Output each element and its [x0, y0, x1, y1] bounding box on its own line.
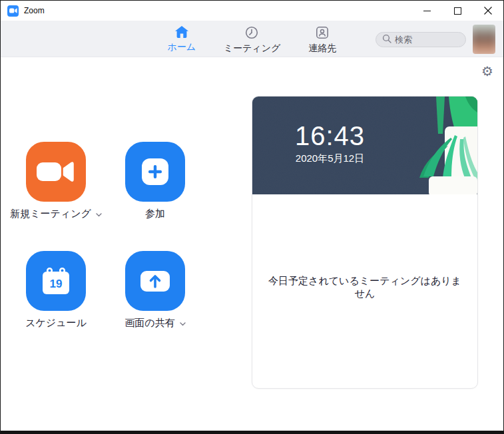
search-box[interactable]: [376, 32, 466, 47]
new-meeting-label: 新規ミーティング: [10, 208, 91, 220]
avatar-blurred-photo: [473, 25, 495, 54]
close-icon: [484, 7, 492, 15]
share-up-arrow-icon: [140, 271, 170, 292]
navbar: ホーム ミーティング 連絡先: [1, 21, 503, 57]
join-label: 参加: [145, 208, 165, 220]
gear-icon: ⚙: [481, 64, 493, 79]
video-camera-icon: [37, 160, 75, 183]
minimize-icon: [423, 7, 431, 15]
action-new-meeting: 新規ミーティング: [26, 142, 86, 220]
clock-icon: [245, 26, 258, 42]
meetings-panel: 16:43 2020年5月12日 今日予定されているミーティングはありません: [252, 96, 478, 389]
clock-widget: 16:43 2020年5月12日: [252, 121, 407, 165]
tab-contacts[interactable]: 連絡先: [303, 26, 342, 53]
calendar-icon: 19: [41, 266, 71, 296]
share-screen-label: 画面の共有: [125, 317, 174, 329]
meetings-panel-body: 今日予定されているミーティングはありません: [252, 194, 477, 389]
clock-time: 16:43: [252, 121, 407, 150]
home-icon: [175, 26, 188, 41]
settings-button[interactable]: ⚙: [479, 63, 495, 79]
search-input[interactable]: [395, 35, 459, 45]
window-controls: [411, 1, 503, 21]
contacts-icon: [316, 26, 329, 42]
maximize-button[interactable]: [442, 1, 473, 21]
tab-meetings[interactable]: ミーティング: [224, 26, 281, 53]
close-button[interactable]: [473, 1, 503, 21]
schedule-button[interactable]: 19: [26, 251, 86, 311]
chevron-down-icon[interactable]: [180, 322, 186, 326]
plus-icon: [142, 158, 168, 185]
clock-date: 2020年5月12日: [252, 152, 407, 165]
share-screen-button[interactable]: [125, 251, 185, 311]
minimize-button[interactable]: [411, 1, 442, 21]
main-area: ⚙ 新規ミーティング: [1, 57, 503, 431]
plant-illustration: [407, 97, 477, 194]
meetings-panel-header: 16:43 2020年5月12日: [252, 97, 477, 194]
maximize-icon: [454, 7, 461, 15]
calendar-day: 19: [50, 278, 63, 290]
nav-tabs: ホーム ミーティング 連絡先: [162, 26, 342, 53]
join-button[interactable]: [125, 142, 185, 202]
no-meetings-message: 今日予定されているミーティングはありません: [264, 275, 465, 300]
titlebar: Zoom: [1, 1, 503, 21]
action-join: 参加: [125, 142, 185, 220]
tab-home-label: ホーム: [167, 42, 196, 52]
new-meeting-button[interactable]: [26, 142, 86, 202]
action-share-screen: 画面の共有: [125, 251, 185, 329]
search-icon: [382, 34, 391, 46]
window-title: Zoom: [24, 6, 45, 15]
action-schedule: 19 スケジュール: [26, 251, 86, 329]
avatar[interactable]: [473, 25, 495, 54]
tab-meetings-label: ミーティング: [224, 43, 281, 53]
zoom-logo-icon: [7, 5, 19, 17]
zoom-window: Zoom ホーム ミー: [0, 0, 504, 434]
chevron-down-icon[interactable]: [96, 213, 102, 217]
tab-contacts-label: 連絡先: [308, 43, 336, 53]
schedule-label: スケジュール: [25, 317, 87, 329]
tab-home[interactable]: ホーム: [162, 26, 201, 53]
